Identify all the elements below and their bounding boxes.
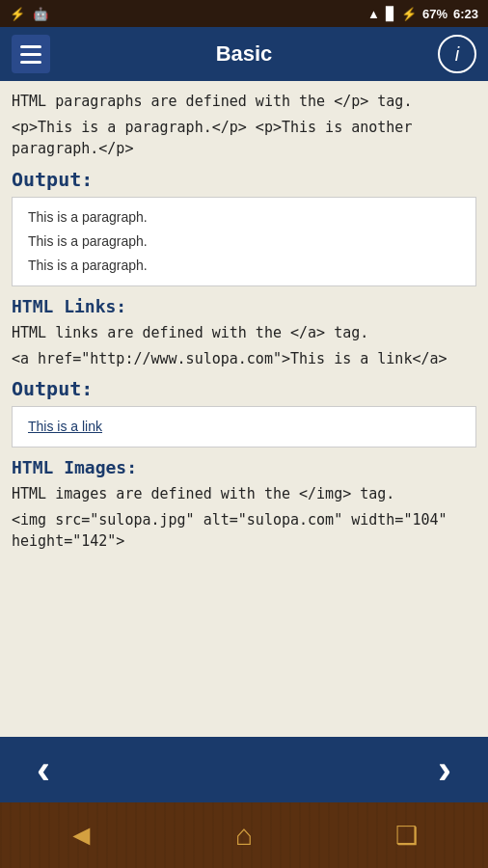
links-code: <a href="http://www.sulopa.com">This is … — [12, 348, 476, 370]
back-icon: ◄ — [67, 819, 95, 852]
home-icon: ⌂ — [235, 819, 253, 852]
right-arrow-icon: › — [438, 746, 451, 793]
signal-icon: ▊ — [386, 7, 395, 21]
nav-arrows: ‹ › — [0, 737, 488, 802]
android-icon: 🤖 — [33, 7, 48, 21]
hamburger-icon — [20, 45, 41, 64]
info-button[interactable]: i — [438, 35, 476, 73]
battery-percent: 67% — [422, 7, 447, 21]
links-heading: HTML Links: — [12, 296, 476, 316]
menu-button[interactable] — [12, 35, 50, 73]
page-title: Basic — [216, 41, 273, 67]
paragraph-description: HTML paragraphs are defined with the </p… — [12, 91, 476, 113]
status-left-icons: ⚡ 🤖 — [10, 7, 48, 21]
paragraph-code: <p>This is a paragraph.</p> <p>This is a… — [12, 117, 476, 160]
battery-icon: ⚡ — [401, 7, 417, 21]
output-line-2: This is a paragraph. — [28, 230, 460, 254]
next-button[interactable]: › — [420, 746, 469, 794]
left-arrow-icon: ‹ — [37, 746, 50, 793]
images-heading: HTML Images: — [12, 457, 476, 477]
links-output-block: This is a link — [12, 406, 476, 448]
links-description: HTML links are defined with the </a> tag… — [12, 322, 476, 344]
time-display: 6:23 — [453, 7, 478, 21]
output-link[interactable]: This is a link — [28, 415, 460, 439]
output-line-1: This is a paragraph. — [28, 205, 460, 230]
usb-icon: ⚡ — [10, 7, 25, 21]
links-output-heading: Output: — [12, 377, 476, 400]
bottom-toolbar: ◄ ⌂ ❑ — [0, 802, 488, 868]
status-bar: ⚡ 🤖 ▲ ▊ ⚡ 67% 6:23 — [0, 0, 488, 27]
pages-button[interactable]: ❑ — [383, 811, 431, 859]
output-line-3: This is a paragraph. — [28, 254, 460, 278]
images-description: HTML images are defined with the </img> … — [12, 483, 476, 505]
home-button[interactable]: ⌂ — [220, 811, 268, 859]
main-content: HTML paragraphs are defined with the </p… — [0, 81, 488, 737]
images-code: <img src="sulopa.jpg" alt="sulopa.com" w… — [12, 509, 476, 553]
header: Basic i — [0, 27, 488, 81]
pages-icon: ❑ — [395, 821, 418, 851]
paragraph-output-block: This is a paragraph. This is a paragraph… — [12, 197, 476, 287]
prev-button[interactable]: ‹ — [19, 746, 68, 794]
paragraph-output-heading: Output: — [12, 168, 476, 191]
info-icon: i — [455, 43, 459, 66]
wifi-icon: ▲ — [367, 7, 380, 21]
status-right-icons: ▲ ▊ ⚡ 67% 6:23 — [367, 7, 478, 21]
back-button[interactable]: ◄ — [57, 811, 105, 859]
